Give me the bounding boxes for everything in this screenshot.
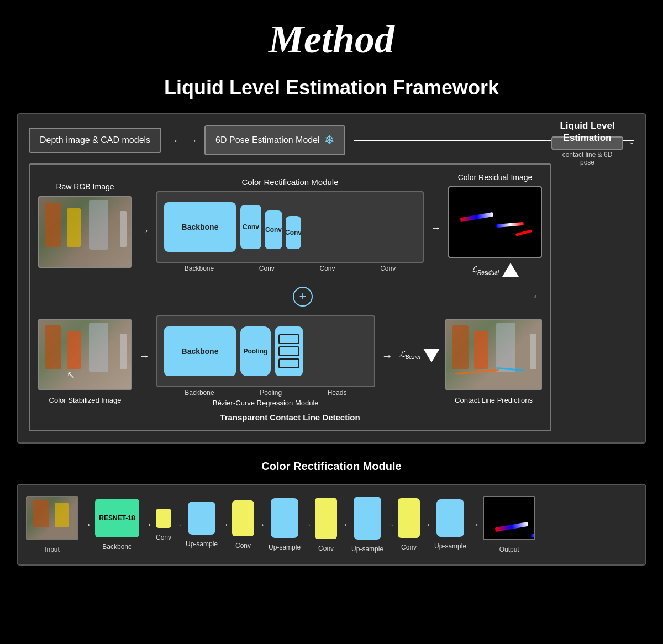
crm-conv4-block [398, 498, 420, 538]
snowflake-icon: ❄ [324, 133, 334, 147]
crm-small-conv [156, 509, 171, 528]
crm-output-item: Output [483, 496, 535, 553]
crm-input-label: Input [45, 546, 60, 553]
depth-cad-box: Depth image & CAD models [29, 128, 161, 153]
page-title: Method [0, 0, 663, 68]
crm-conv2-block: Conv [265, 210, 282, 249]
crm-output-image [483, 496, 535, 540]
raw-rgb-image [38, 196, 132, 268]
crm-backbone-block: Backbone [164, 202, 236, 252]
plus-circle: + [293, 287, 313, 307]
crm-conv4-label: Conv [380, 265, 396, 272]
color-stab-label: Color Stabilized Image [49, 396, 122, 404]
crm-input-item: Input [26, 496, 78, 553]
crm-input-image [26, 496, 78, 540]
bezier-heads-block [275, 326, 303, 376]
crm-conv3-label: Conv [318, 545, 334, 552]
arrow-to-pose: → [167, 134, 180, 147]
bezier-heads-label: Heads [328, 389, 347, 397]
crm-conv1-label: Backbone [185, 265, 214, 272]
crm-upsample2-item: Up-sample [269, 498, 301, 551]
contact-line-label: Contact Line Predictions [455, 396, 533, 404]
crm-conv4-label: Conv [401, 543, 417, 551]
crm-backbone-label: Backbone [102, 543, 131, 551]
crm-upsample4-item: Up-sample [434, 499, 466, 550]
crm-output-label: Output [499, 546, 519, 553]
crm-upsample3-label: Up-sample [351, 545, 383, 553]
crm-arrow4: → [221, 520, 229, 529]
crm-arrow1: → [82, 519, 92, 531]
arrow-to-contact: → [381, 350, 394, 373]
crm-detail-section: Color Rectification Module Input → RESNE… [17, 460, 646, 566]
main-framework: Depth image & CAD models → → 6D Pose Est… [17, 113, 646, 444]
crm-diagram: Input → RESNET-18 Backbone → Conv → Up-s… [17, 484, 646, 566]
crm-upsample1-label: Up-sample [186, 540, 218, 548]
crm-arrow7: → [340, 520, 348, 529]
crm-conv2-label: Conv [235, 542, 251, 550]
crm-arrow10: → [470, 519, 480, 531]
crm-conv3-block [315, 498, 337, 539]
bezier-pooling-label: Pooling [260, 389, 282, 397]
crm-upsample2-label: Up-sample [269, 543, 301, 551]
crm-arrow5: → [257, 520, 265, 529]
arrow-to-residual: → [429, 216, 443, 234]
crm-conv3-label: Conv [319, 265, 335, 272]
crm-conv2-label: Conv [259, 265, 275, 272]
crm-backbone-item: RESNET-18 Backbone [95, 499, 139, 551]
crm-conv2-block [232, 500, 254, 536]
crm-arrow8: → [387, 520, 394, 529]
crm-conv1-item: Conv [156, 509, 171, 541]
raw-rgb-label: Raw RGB Image [56, 182, 114, 191]
arrow-to-crm: → [138, 213, 151, 237]
bezier-curve-label: Bézier-Curve Regression Module [156, 399, 375, 407]
arrow-up-residual [502, 263, 519, 277]
transparent-detection-label: Transparent Contact Line Detection [38, 413, 542, 422]
liquid-level-box: Liquid Level Estimation contact line & 6… [551, 136, 623, 150]
crm-conv3-block: Conv [286, 216, 301, 249]
crm-arrow2: → [143, 519, 152, 531]
crm-arrow3: → [175, 520, 182, 529]
color-residual-label: Color Residual Image [458, 173, 533, 182]
l-residual-label: ℒResidual [471, 265, 499, 276]
crm-conv1-label: Conv [156, 534, 171, 541]
color-stab-image: ↖ [38, 319, 132, 390]
crm-conv4-item: Conv [398, 498, 420, 551]
color-residual-image [448, 186, 542, 258]
liquid-level-sub: contact line & 6D pose [558, 151, 617, 166]
bezier-backbone-block: Backbone [164, 326, 236, 376]
pose-label: 6D Pose Estimation Model [215, 135, 320, 145]
crm-upsample3-block [354, 497, 381, 540]
liquid-level-title: Liquid Level Estimation [558, 120, 617, 144]
crm-upsample1-item: Up-sample [186, 502, 218, 548]
crm-upsample4-block [436, 499, 464, 537]
crm-conv3-item: Conv [315, 498, 337, 552]
l-bezier-label: ℒBezier [399, 349, 421, 360]
crm-conv2-item: Conv [232, 500, 254, 550]
crm-conv1-block: Conv [240, 205, 261, 249]
bezier-backbone-label: Backbone [185, 389, 214, 397]
crm-upsample2-block [271, 498, 298, 538]
crm-upsample1-block [188, 502, 215, 535]
crm-upsample3-item: Up-sample [351, 497, 383, 553]
crm-module-title: Color Rectification Module [156, 177, 424, 187]
crm-detail-title: Color Rectification Module [17, 460, 646, 473]
arrow-to-bezier: → [138, 350, 151, 373]
bezier-pooling-block: Pooling [240, 326, 271, 376]
crm-upsample4-label: Up-sample [434, 542, 466, 550]
arrow-to-pose2: → [186, 134, 199, 147]
arrow-down-bezier [423, 349, 440, 362]
arrow-from-plus: ← [532, 291, 542, 303]
crm-arrow6: → [304, 520, 312, 529]
contact-line-image [445, 319, 542, 390]
crm-resnet-block: RESNET-18 [95, 499, 139, 537]
crm-arrow9: → [423, 520, 431, 529]
framework-title: Liquid Level Estimation Framework [0, 68, 663, 113]
pose-estimation-box: 6D Pose Estimation Model ❄ [204, 125, 345, 155]
